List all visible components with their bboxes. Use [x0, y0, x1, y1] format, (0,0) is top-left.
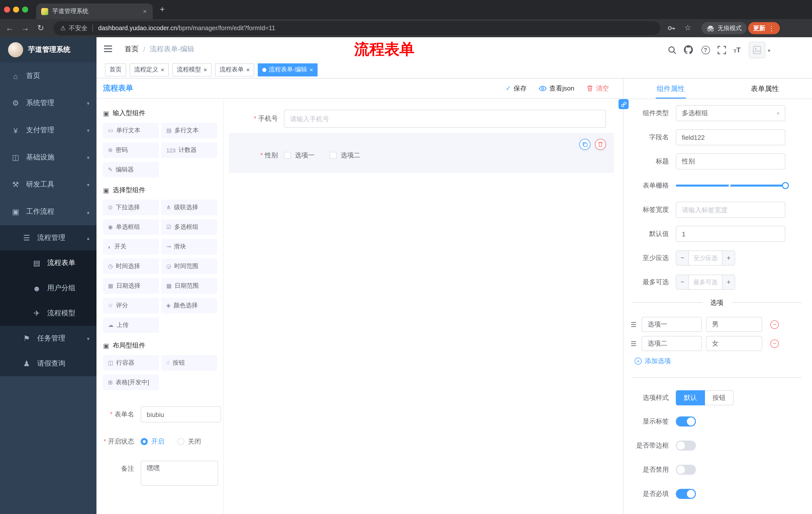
tab-component-props[interactable]: 组件属性 [624, 78, 718, 99]
palette-component[interactable]: ▩ 日期范围 [161, 278, 217, 294]
remark-textarea[interactable]: 嘿嘿 [141, 461, 218, 486]
palette-component[interactable]: ⊸ 滑块 [161, 239, 217, 254]
phone-input[interactable] [284, 110, 606, 128]
canvas-field-phone[interactable]: 手机号 [229, 110, 614, 128]
sidebar-menu-item[interactable]: ☰ 流程管理 ▴ [0, 225, 96, 250]
sidebar-menu-item[interactable]: ☻ 用户分组 [0, 276, 96, 301]
palette-component[interactable]: 123 计数器 [161, 142, 217, 158]
tag-view[interactable]: 流程模型 [172, 63, 211, 76]
close-icon[interactable] [310, 66, 313, 73]
tag-view[interactable]: 流程表单 [215, 63, 254, 76]
sidebar-logo[interactable]: 芋道管理系统 [0, 37, 96, 62]
palette-component[interactable]: ▦ 日期选择 [103, 278, 159, 294]
decrease-button[interactable] [676, 251, 689, 265]
user-avatar[interactable] [749, 42, 765, 58]
palette-component[interactable]: ◈ 颜色选择 [161, 298, 217, 313]
address-bar[interactable]: ⚠ 不安全 dashboard.yudao.iocoder.cn /bpm/ma… [53, 21, 660, 35]
slider-track[interactable] [676, 185, 785, 187]
close-icon[interactable] [161, 66, 164, 73]
view-json-button[interactable]: 查看json [539, 84, 574, 93]
title-input[interactable] [676, 154, 785, 169]
default-value-input[interactable] [676, 226, 785, 242]
sidebar-menu-item[interactable]: ⚙ 系统管理 ▾ [0, 89, 96, 117]
increase-button[interactable] [722, 275, 735, 289]
decrease-button[interactable] [676, 275, 689, 289]
add-option-button[interactable]: 添加选项 [635, 356, 804, 366]
sidebar-menu-item[interactable]: ¥ 支付管理 ▾ [0, 117, 96, 144]
toggle-switch[interactable] [676, 440, 696, 451]
drag-handle-icon[interactable]: ☰ [630, 321, 638, 328]
form-name-input[interactable] [141, 406, 221, 423]
stepper-placeholder[interactable]: 至少应选 [689, 251, 722, 265]
help-icon[interactable] [700, 44, 711, 55]
sidebar-menu-item[interactable]: ⚑ 任务管理 ▾ [0, 326, 96, 351]
sidebar-menu-item[interactable]: ◫ 基础设施 ▾ [0, 144, 96, 171]
field-name-input[interactable] [676, 129, 785, 145]
toggle-switch[interactable] [676, 416, 696, 427]
reload-icon[interactable]: ↻ [35, 23, 46, 34]
style-button-button[interactable]: 按钮 [705, 390, 734, 405]
window-minimize-button[interactable] [13, 6, 19, 12]
tag-view[interactable]: 首页 [105, 63, 126, 76]
option-label-input[interactable] [642, 317, 702, 332]
font-size-icon[interactable] [732, 44, 743, 55]
close-icon[interactable] [246, 66, 250, 73]
radio-off[interactable]: 关闭 [177, 437, 201, 446]
toggle-switch[interactable] [676, 489, 696, 499]
option-value-input[interactable] [706, 336, 762, 351]
palette-component[interactable]: ☝ 按钮 [161, 355, 217, 371]
browser-menu-icon[interactable] [768, 24, 775, 32]
fullscreen-icon[interactable] [716, 44, 727, 55]
palette-component[interactable]: ◷ 时间选择 [103, 259, 159, 274]
palette-component[interactable]: ⊞ 表格[开发中] [103, 375, 159, 390]
sidebar-menu-item[interactable]: ♟ 请假查询 [0, 351, 96, 376]
palette-component[interactable]: ☑ 多选框组 [161, 219, 217, 235]
forward-icon[interactable]: → [20, 23, 31, 34]
palette-component[interactable]: ▤ 多行文本 [161, 123, 217, 138]
palette-component[interactable]: ✎ 编辑器 [103, 162, 159, 178]
close-icon[interactable] [142, 7, 148, 16]
palette-component[interactable]: ☆ 评分 [103, 298, 159, 313]
selected-component[interactable]: 性别 选项一 选项二 [229, 133, 614, 173]
delete-component-button[interactable] [595, 139, 606, 150]
increase-button[interactable] [722, 251, 735, 265]
search-icon[interactable] [666, 44, 677, 55]
bookmark-star-icon[interactable]: ☆ [685, 23, 691, 32]
checkbox-icon[interactable] [284, 152, 291, 159]
sidebar-menu-item[interactable]: ▣ 工作流程 ▴ [0, 198, 96, 225]
palette-component[interactable]: ◫ 行容器 [103, 355, 159, 371]
tag-view[interactable]: 流程表单-编辑 [258, 63, 318, 76]
copy-component-button[interactable] [579, 139, 590, 150]
option-value-input[interactable] [706, 317, 762, 332]
checkbox-icon[interactable] [330, 152, 337, 159]
breadcrumb-home[interactable]: 首页 [125, 45, 139, 54]
radio-on[interactable]: 开启 [141, 437, 164, 446]
tab-form-props[interactable]: 表单属性 [718, 78, 812, 99]
browser-tab[interactable]: 芋道管理系统 [36, 3, 153, 19]
hamburger-icon[interactable] [104, 45, 113, 53]
component-type-select[interactable]: 多选框组 [676, 105, 785, 121]
option-label-input[interactable] [642, 336, 702, 351]
checkbox-option[interactable]: 选项一 [284, 151, 315, 160]
palette-component[interactable]: ⋔ 级联选择 [161, 200, 217, 215]
drag-handle-icon[interactable]: ☰ [630, 340, 638, 347]
back-icon[interactable]: ← [4, 23, 15, 34]
palette-component[interactable]: ◐ 开关 [103, 239, 159, 254]
palette-component[interactable]: ⊙ 下拉选择 [103, 200, 159, 215]
slider-handle[interactable] [782, 182, 789, 189]
palette-component[interactable]: ◉ 单选框组 [103, 219, 159, 235]
caret-down-icon[interactable] [768, 48, 770, 53]
toggle-switch[interactable] [676, 465, 696, 475]
new-tab-button[interactable] [160, 4, 165, 15]
clear-button[interactable]: 清空 [586, 84, 609, 93]
label-width-input[interactable] [676, 202, 785, 218]
browser-update-button[interactable]: 更新 [748, 22, 780, 34]
window-close-button[interactable] [4, 6, 10, 12]
remove-option-button[interactable] [770, 320, 779, 329]
sidebar-menu-item[interactable]: ⌂ 首页 [0, 62, 96, 89]
grid-span-slider[interactable] [676, 178, 785, 194]
tag-view[interactable]: 流程定义 [129, 63, 169, 76]
remove-option-button[interactable] [770, 339, 779, 348]
close-icon[interactable] [203, 66, 207, 73]
checkbox-option[interactable]: 选项二 [330, 151, 360, 160]
